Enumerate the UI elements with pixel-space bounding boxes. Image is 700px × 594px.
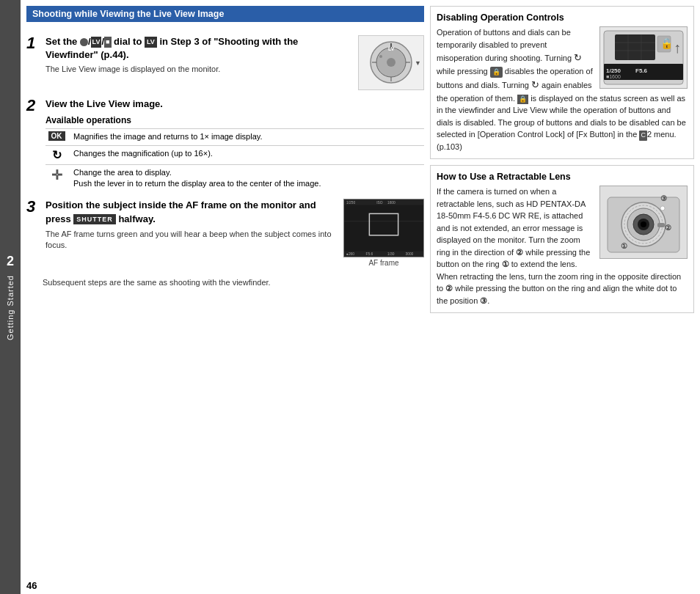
lens-image: ③ ② ① — [599, 186, 688, 259]
svg-text:1/30: 1/30 — [387, 253, 395, 257]
svg-text:①: ① — [621, 242, 627, 250]
svg-rect-11 — [344, 199, 423, 257]
step-1-subtitle: The Live View image is displayed on the … — [45, 64, 352, 75]
svg-rect-25 — [615, 34, 655, 60]
step-3-area: Position the subject inside the AF frame… — [45, 199, 424, 267]
svg-text:1600: 1600 — [387, 201, 395, 205]
content-columns: Shooting while Viewing the Live View Ima… — [21, 0, 700, 577]
step-3-content: Position the subject inside the AF frame… — [45, 199, 338, 251]
svg-text:■1600: ■1600 — [606, 74, 621, 79]
svg-text:↑: ↑ — [674, 40, 681, 56]
step-1-image: LV ▼ — [358, 35, 424, 90]
step-3-title: Position the subject inside the AF frame… — [45, 199, 338, 225]
step-3-sub1: The AF frame turns green and you will he… — [45, 229, 338, 252]
step-3: 3 Position the subject inside the AF fra… — [26, 199, 424, 267]
svg-point-48 — [660, 206, 665, 210]
lens-svg: ③ ② ① — [600, 186, 687, 258]
step-1-content: Set the /LV/■ dial to LV in Step 3 of "S… — [45, 35, 352, 76]
disabling-controls-title: Disabling Operation Controls — [437, 12, 688, 23]
chapter-sidebar: 2 Getting Started — [0, 0, 21, 594]
step-3-image-container: 1/250 ISO 1600 ●260 F5.6 1/30 3000 — [343, 199, 424, 267]
step-2-title: View the Live View image. — [45, 98, 424, 111]
left-column: Shooting while Viewing the Live View Ima… — [26, 6, 424, 571]
camera-display-image: 🔒 1/250 F5.6 ■1600 ↑ — [599, 26, 688, 89]
svg-rect-49 — [657, 223, 665, 227]
svg-text:1/250: 1/250 — [346, 201, 356, 205]
svg-text:②: ② — [665, 224, 671, 232]
chapter-number: 2 — [7, 254, 14, 269]
step-1-title: Set the /LV/■ dial to LV in Step 3 of "S… — [45, 35, 352, 62]
step-2: 2 View the Live View image. Available op… — [26, 98, 424, 191]
rotate-icon: ↻ — [45, 148, 68, 162]
viewfinder-svg: 🔒 1/250 F5.6 ■1600 ↑ — [600, 27, 687, 88]
retractable-lens-box: How to Use a Retractable Lens — [430, 165, 694, 313]
chapter-label: Getting Started — [6, 275, 15, 340]
dial-svg: LV ▼ — [359, 36, 423, 89]
svg-text:🔒: 🔒 — [660, 37, 674, 50]
svg-text:LV: LV — [388, 46, 395, 51]
svg-text:▼: ▼ — [415, 59, 421, 67]
page-number: 46 — [21, 577, 700, 594]
section-header: Shooting while Viewing the Live View Ima… — [26, 6, 424, 22]
op-text-rotate: Changes the magnification (up to 16×). — [73, 148, 424, 159]
fourway-icon: ✛ — [45, 167, 68, 183]
svg-text:F5.6: F5.6 — [365, 253, 373, 257]
op-text-fourway: Change the area to display.Push the leve… — [73, 167, 424, 190]
svg-text:3000: 3000 — [405, 253, 413, 257]
step-3-monitor-image: 1/250 ISO 1600 ●260 F5.6 1/30 3000 — [343, 199, 424, 257]
right-column: Disabling Operation Controls — [430, 6, 694, 571]
svg-rect-12 — [344, 221, 423, 222]
monitor-svg: 1/250 ISO 1600 ●260 F5.6 1/30 3000 — [344, 199, 423, 257]
svg-text:③: ③ — [660, 194, 667, 202]
op-row-rotate: ↻ Changes the magnification (up to 16×). — [45, 145, 424, 164]
operations-table: Available operations OK Magnifies the im… — [45, 115, 424, 191]
svg-text:ISO: ISO — [376, 201, 383, 205]
dial-icon — [80, 38, 88, 46]
ok-icon: OK — [45, 131, 68, 141]
svg-text:●260: ●260 — [346, 253, 354, 257]
main-content: Shooting while Viewing the Live View Ima… — [21, 0, 700, 594]
op-row-ok: OK Magnifies the image and returns to 1×… — [45, 128, 424, 144]
op-text-ok: Magnifies the image and returns to 1× im… — [73, 131, 424, 142]
svg-point-9 — [379, 55, 382, 58]
op-row-fourway: ✛ Change the area to display.Push the le… — [45, 164, 424, 192]
step-3-sub2: Subsequent steps are the same as shootin… — [43, 276, 424, 289]
disabling-controls-box: Disabling Operation Controls — [430, 6, 694, 159]
disabling-controls-content: 🔒 1/250 F5.6 ■1600 ↑ Operation of button… — [437, 26, 688, 153]
movie-icon: ■ — [104, 37, 111, 48]
step-2-content: View the Live View image. Available oper… — [45, 98, 424, 191]
retractable-lens-content: ③ ② ① If the camera is turned on when a … — [437, 186, 688, 307]
step-1-number: 1 — [26, 35, 40, 51]
step-1: 1 Set the /LV/■ dial to LV in Step 3 of … — [26, 35, 424, 90]
svg-text:1/250: 1/250 — [606, 67, 621, 74]
lv-icon: LV — [91, 37, 102, 48]
retractable-lens-title: How to Use a Retractable Lens — [437, 172, 688, 182]
svg-rect-14 — [344, 199, 423, 205]
operations-title: Available operations — [45, 115, 424, 125]
step-3-number: 3 — [26, 199, 40, 215]
af-frame-label: AF frame — [368, 259, 398, 267]
step-2-number: 2 — [26, 98, 40, 114]
svg-point-43 — [641, 221, 646, 227]
svg-text:F5.6: F5.6 — [635, 67, 648, 74]
svg-point-3 — [387, 58, 395, 67]
